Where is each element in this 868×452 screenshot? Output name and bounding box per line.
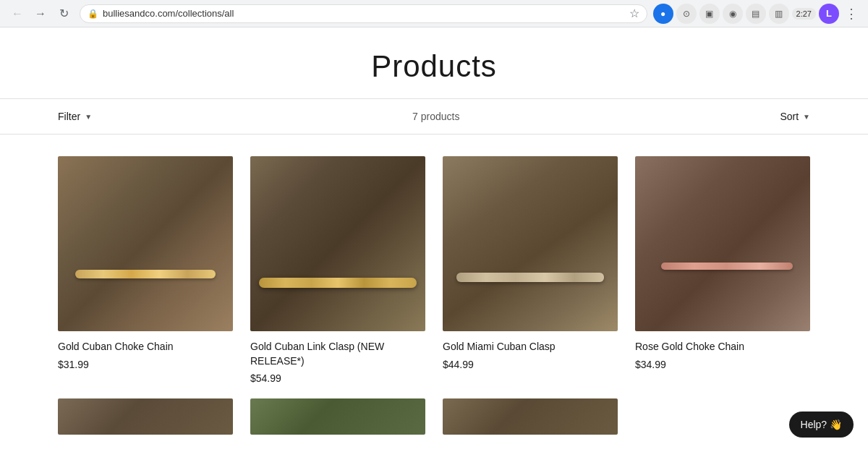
lock-icon: 🔒	[88, 9, 98, 19]
ext-green[interactable]: ●	[653, 4, 673, 24]
time-badge: 2:27	[792, 8, 816, 20]
product-price-3: $44.99	[443, 359, 618, 370]
sort-label: Sort	[780, 111, 799, 122]
ext-circle-4[interactable]: ▤	[746, 4, 766, 24]
product-price-1: $31.99	[58, 359, 233, 370]
page-title-section: Products	[0, 27, 868, 98]
product-image-5	[58, 398, 233, 435]
product-card-2[interactable]: Gold Cuban Link Clasp (NEW RELEASE*) $54…	[250, 156, 425, 384]
sort-chevron-icon: ▼	[803, 113, 810, 121]
product-name-1: Gold Cuban Choke Chain	[58, 340, 233, 354]
browser-menu-icon[interactable]: ⋮	[842, 3, 861, 25]
url-text: bulliesandco.com/collections/all	[103, 8, 625, 19]
reload-button[interactable]: ↻	[54, 4, 74, 24]
empty-slot	[635, 398, 810, 443]
products-grid: Gold Cuban Choke Chain $31.99 Gold Cuban…	[0, 135, 868, 398]
product-name-2: Gold Cuban Link Clasp (NEW RELEASE*)	[250, 340, 425, 368]
product-card-4[interactable]: Rose Gold Choke Chain $34.99	[635, 156, 810, 384]
product-name-4: Rose Gold Choke Chain	[635, 340, 810, 354]
filter-bar: Filter ▼ 7 products Sort ▼	[0, 98, 868, 135]
product-card-7[interactable]	[443, 398, 618, 443]
product-image-2	[250, 156, 425, 331]
filter-chevron-icon: ▼	[85, 113, 92, 121]
address-bar[interactable]: 🔒 bulliesandco.com/collections/all ☆	[80, 4, 647, 23]
products-grid-bottom	[0, 398, 868, 452]
help-button[interactable]: Help? 👋	[789, 412, 854, 438]
filter-label: Filter	[58, 111, 80, 122]
browser-chrome: ← → ↻ 🔒 bulliesandco.com/collections/all…	[0, 0, 868, 27]
bookmark-icon[interactable]: ☆	[629, 7, 639, 20]
product-price-4: $34.99	[635, 359, 810, 370]
product-price-2: $54.99	[250, 372, 425, 384]
product-image-1	[58, 156, 233, 331]
product-image-4	[635, 156, 810, 331]
filter-button[interactable]: Filter ▼	[58, 111, 92, 122]
product-name-3: Gold Miami Cuban Clasp	[443, 340, 618, 354]
product-image-3	[443, 156, 618, 331]
product-card-3[interactable]: Gold Miami Cuban Clasp $44.99	[443, 156, 618, 384]
page-content: Products Filter ▼ 7 products Sort ▼ Gold…	[0, 27, 868, 452]
ext-circle-5[interactable]: ▥	[769, 4, 789, 24]
nav-buttons: ← → ↻	[7, 4, 74, 24]
ext-circle-3[interactable]: ◉	[723, 4, 743, 24]
product-image-6	[250, 398, 425, 435]
forward-button[interactable]: →	[30, 4, 51, 24]
product-count: 7 products	[92, 111, 780, 122]
product-card-6[interactable]	[250, 398, 425, 443]
product-card-5[interactable]	[58, 398, 233, 443]
product-image-7	[443, 398, 618, 435]
sort-button[interactable]: Sort ▼	[780, 111, 810, 122]
user-avatar[interactable]: L	[819, 4, 839, 24]
product-card-1[interactable]: Gold Cuban Choke Chain $31.99	[58, 156, 233, 384]
ext-circle-2[interactable]: ▣	[699, 4, 720, 24]
help-label: Help? 👋	[801, 419, 842, 430]
extensions-area: ● ⊙ ▣ ◉ ▤ ▥ 2:27 L ⋮	[653, 3, 861, 25]
page-title: Products	[0, 49, 868, 84]
back-button[interactable]: ←	[7, 4, 27, 24]
ext-circle-1[interactable]: ⊙	[676, 4, 697, 24]
